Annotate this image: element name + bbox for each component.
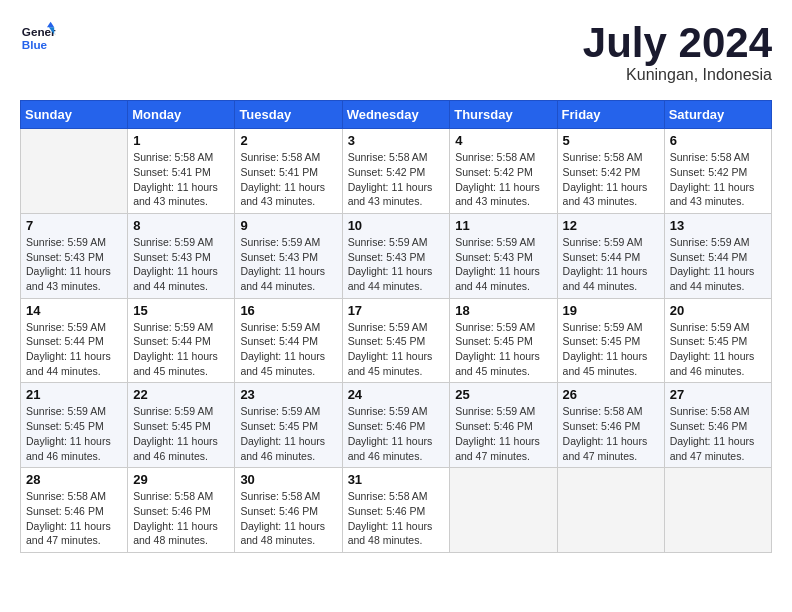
day-number: 1 bbox=[133, 133, 229, 148]
location: Kuningan, Indonesia bbox=[583, 66, 772, 84]
day-number: 18 bbox=[455, 303, 551, 318]
week-row-3: 14Sunrise: 5:59 AMSunset: 5:44 PMDayligh… bbox=[21, 298, 772, 383]
calendar-cell: 12Sunrise: 5:59 AMSunset: 5:44 PMDayligh… bbox=[557, 213, 664, 298]
day-info: Sunrise: 5:58 AMSunset: 5:46 PMDaylight:… bbox=[348, 489, 445, 548]
day-number: 25 bbox=[455, 387, 551, 402]
header-day-tuesday: Tuesday bbox=[235, 101, 342, 129]
day-info: Sunrise: 5:59 AMSunset: 5:44 PMDaylight:… bbox=[133, 320, 229, 379]
week-row-4: 21Sunrise: 5:59 AMSunset: 5:45 PMDayligh… bbox=[21, 383, 772, 468]
calendar-cell: 10Sunrise: 5:59 AMSunset: 5:43 PMDayligh… bbox=[342, 213, 450, 298]
day-number: 24 bbox=[348, 387, 445, 402]
day-number: 9 bbox=[240, 218, 336, 233]
day-info: Sunrise: 5:58 AMSunset: 5:46 PMDaylight:… bbox=[26, 489, 122, 548]
logo-icon: General Blue bbox=[20, 20, 56, 56]
calendar-cell bbox=[557, 468, 664, 553]
calendar-cell: 17Sunrise: 5:59 AMSunset: 5:45 PMDayligh… bbox=[342, 298, 450, 383]
calendar-cell: 24Sunrise: 5:59 AMSunset: 5:46 PMDayligh… bbox=[342, 383, 450, 468]
calendar-cell: 7Sunrise: 5:59 AMSunset: 5:43 PMDaylight… bbox=[21, 213, 128, 298]
day-info: Sunrise: 5:58 AMSunset: 5:46 PMDaylight:… bbox=[670, 404, 766, 463]
day-number: 11 bbox=[455, 218, 551, 233]
day-number: 12 bbox=[563, 218, 659, 233]
day-info: Sunrise: 5:58 AMSunset: 5:42 PMDaylight:… bbox=[455, 150, 551, 209]
week-row-5: 28Sunrise: 5:58 AMSunset: 5:46 PMDayligh… bbox=[21, 468, 772, 553]
header-day-friday: Friday bbox=[557, 101, 664, 129]
day-number: 31 bbox=[348, 472, 445, 487]
calendar-cell: 20Sunrise: 5:59 AMSunset: 5:45 PMDayligh… bbox=[664, 298, 771, 383]
day-info: Sunrise: 5:58 AMSunset: 5:42 PMDaylight:… bbox=[348, 150, 445, 209]
calendar-cell: 3Sunrise: 5:58 AMSunset: 5:42 PMDaylight… bbox=[342, 129, 450, 214]
day-number: 21 bbox=[26, 387, 122, 402]
day-number: 5 bbox=[563, 133, 659, 148]
calendar-cell: 2Sunrise: 5:58 AMSunset: 5:41 PMDaylight… bbox=[235, 129, 342, 214]
day-info: Sunrise: 5:59 AMSunset: 5:45 PMDaylight:… bbox=[563, 320, 659, 379]
day-number: 8 bbox=[133, 218, 229, 233]
calendar-cell: 30Sunrise: 5:58 AMSunset: 5:46 PMDayligh… bbox=[235, 468, 342, 553]
calendar-cell: 26Sunrise: 5:58 AMSunset: 5:46 PMDayligh… bbox=[557, 383, 664, 468]
day-number: 15 bbox=[133, 303, 229, 318]
day-info: Sunrise: 5:58 AMSunset: 5:46 PMDaylight:… bbox=[240, 489, 336, 548]
header-day-monday: Monday bbox=[128, 101, 235, 129]
day-info: Sunrise: 5:58 AMSunset: 5:46 PMDaylight:… bbox=[563, 404, 659, 463]
calendar-cell: 8Sunrise: 5:59 AMSunset: 5:43 PMDaylight… bbox=[128, 213, 235, 298]
calendar-cell: 1Sunrise: 5:58 AMSunset: 5:41 PMDaylight… bbox=[128, 129, 235, 214]
day-number: 20 bbox=[670, 303, 766, 318]
day-number: 29 bbox=[133, 472, 229, 487]
calendar-cell: 11Sunrise: 5:59 AMSunset: 5:43 PMDayligh… bbox=[450, 213, 557, 298]
day-number: 7 bbox=[26, 218, 122, 233]
day-info: Sunrise: 5:58 AMSunset: 5:42 PMDaylight:… bbox=[670, 150, 766, 209]
month-title: July 2024 bbox=[583, 20, 772, 66]
day-number: 3 bbox=[348, 133, 445, 148]
header-day-sunday: Sunday bbox=[21, 101, 128, 129]
day-info: Sunrise: 5:59 AMSunset: 5:45 PMDaylight:… bbox=[240, 404, 336, 463]
calendar-header-row: SundayMondayTuesdayWednesdayThursdayFrid… bbox=[21, 101, 772, 129]
day-number: 19 bbox=[563, 303, 659, 318]
day-number: 28 bbox=[26, 472, 122, 487]
week-row-1: 1Sunrise: 5:58 AMSunset: 5:41 PMDaylight… bbox=[21, 129, 772, 214]
day-info: Sunrise: 5:59 AMSunset: 5:43 PMDaylight:… bbox=[348, 235, 445, 294]
calendar-cell: 14Sunrise: 5:59 AMSunset: 5:44 PMDayligh… bbox=[21, 298, 128, 383]
day-info: Sunrise: 5:59 AMSunset: 5:45 PMDaylight:… bbox=[348, 320, 445, 379]
day-number: 13 bbox=[670, 218, 766, 233]
calendar-cell: 21Sunrise: 5:59 AMSunset: 5:45 PMDayligh… bbox=[21, 383, 128, 468]
day-number: 14 bbox=[26, 303, 122, 318]
day-info: Sunrise: 5:58 AMSunset: 5:46 PMDaylight:… bbox=[133, 489, 229, 548]
day-info: Sunrise: 5:59 AMSunset: 5:45 PMDaylight:… bbox=[26, 404, 122, 463]
day-info: Sunrise: 5:58 AMSunset: 5:41 PMDaylight:… bbox=[133, 150, 229, 209]
header-day-saturday: Saturday bbox=[664, 101, 771, 129]
page-header: General Blue July 2024 Kuningan, Indones… bbox=[20, 20, 772, 84]
day-number: 30 bbox=[240, 472, 336, 487]
day-number: 27 bbox=[670, 387, 766, 402]
calendar-cell: 16Sunrise: 5:59 AMSunset: 5:44 PMDayligh… bbox=[235, 298, 342, 383]
calendar-cell: 19Sunrise: 5:59 AMSunset: 5:45 PMDayligh… bbox=[557, 298, 664, 383]
calendar-cell: 13Sunrise: 5:59 AMSunset: 5:44 PMDayligh… bbox=[664, 213, 771, 298]
calendar-cell: 18Sunrise: 5:59 AMSunset: 5:45 PMDayligh… bbox=[450, 298, 557, 383]
day-number: 22 bbox=[133, 387, 229, 402]
day-info: Sunrise: 5:59 AMSunset: 5:45 PMDaylight:… bbox=[670, 320, 766, 379]
day-number: 4 bbox=[455, 133, 551, 148]
day-info: Sunrise: 5:59 AMSunset: 5:46 PMDaylight:… bbox=[455, 404, 551, 463]
calendar-cell: 15Sunrise: 5:59 AMSunset: 5:44 PMDayligh… bbox=[128, 298, 235, 383]
day-info: Sunrise: 5:59 AMSunset: 5:44 PMDaylight:… bbox=[563, 235, 659, 294]
day-number: 2 bbox=[240, 133, 336, 148]
day-info: Sunrise: 5:59 AMSunset: 5:44 PMDaylight:… bbox=[240, 320, 336, 379]
day-number: 17 bbox=[348, 303, 445, 318]
day-info: Sunrise: 5:59 AMSunset: 5:43 PMDaylight:… bbox=[455, 235, 551, 294]
calendar-cell bbox=[664, 468, 771, 553]
day-info: Sunrise: 5:59 AMSunset: 5:45 PMDaylight:… bbox=[133, 404, 229, 463]
day-info: Sunrise: 5:59 AMSunset: 5:44 PMDaylight:… bbox=[26, 320, 122, 379]
calendar-cell: 6Sunrise: 5:58 AMSunset: 5:42 PMDaylight… bbox=[664, 129, 771, 214]
calendar-cell: 22Sunrise: 5:59 AMSunset: 5:45 PMDayligh… bbox=[128, 383, 235, 468]
logo: General Blue bbox=[20, 20, 56, 56]
calendar-cell: 5Sunrise: 5:58 AMSunset: 5:42 PMDaylight… bbox=[557, 129, 664, 214]
day-number: 16 bbox=[240, 303, 336, 318]
calendar-cell: 28Sunrise: 5:58 AMSunset: 5:46 PMDayligh… bbox=[21, 468, 128, 553]
day-info: Sunrise: 5:58 AMSunset: 5:42 PMDaylight:… bbox=[563, 150, 659, 209]
header-day-wednesday: Wednesday bbox=[342, 101, 450, 129]
calendar-cell: 23Sunrise: 5:59 AMSunset: 5:45 PMDayligh… bbox=[235, 383, 342, 468]
svg-text:Blue: Blue bbox=[22, 38, 48, 51]
day-info: Sunrise: 5:59 AMSunset: 5:43 PMDaylight:… bbox=[240, 235, 336, 294]
calendar-cell: 27Sunrise: 5:58 AMSunset: 5:46 PMDayligh… bbox=[664, 383, 771, 468]
day-info: Sunrise: 5:59 AMSunset: 5:44 PMDaylight:… bbox=[670, 235, 766, 294]
calendar-cell bbox=[450, 468, 557, 553]
calendar-cell: 31Sunrise: 5:58 AMSunset: 5:46 PMDayligh… bbox=[342, 468, 450, 553]
